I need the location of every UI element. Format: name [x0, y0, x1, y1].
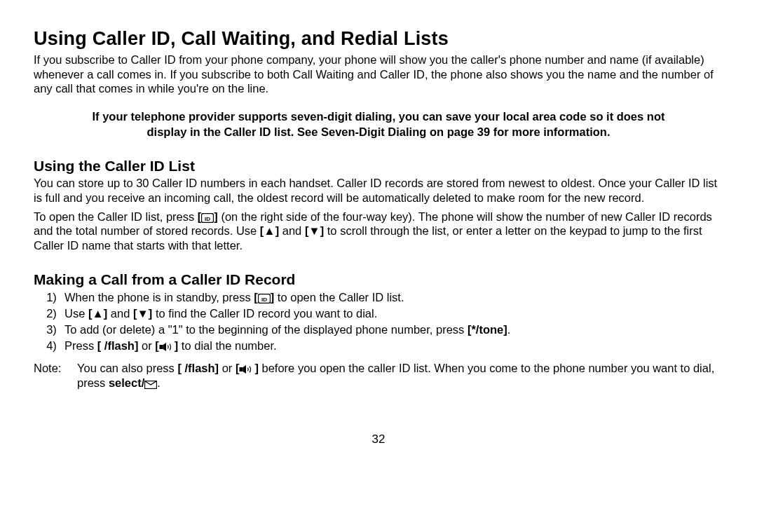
svg-rect-4: [159, 345, 163, 349]
steps-list: When the phone is in standby, press [ID]…: [34, 289, 723, 354]
text-fragment: or: [219, 362, 236, 374]
select-key: select/: [109, 376, 157, 389]
step-4: Press [ /flash] or [] to dial the number…: [63, 338, 723, 353]
svg-text:ID: ID: [261, 296, 267, 302]
id-key-icon: [ID]: [254, 291, 274, 303]
page-number: 32: [34, 432, 723, 446]
text-fragment: .: [157, 376, 161, 389]
section-using-caller-id: Using the Caller ID List: [34, 158, 723, 175]
tone-key: [*/tone]: [468, 323, 507, 336]
text-fragment: To open the Caller ID list, press: [34, 210, 198, 223]
flash-key: [ /flash]: [177, 362, 219, 374]
text-fragment: To add (or delete) a "1" to the beginnin…: [64, 323, 468, 336]
up-key-icon: [▲]: [260, 224, 279, 237]
caller-id-storage-paragraph: You can store up to 30 Caller ID numbers…: [34, 176, 723, 205]
step-3: To add (or delete) a "1" to the beginnin…: [63, 322, 723, 337]
text-fragment: You can also press: [77, 362, 177, 374]
text-fragment: to dial the number.: [178, 339, 276, 352]
text-fragment: to open the Caller ID list.: [274, 291, 404, 303]
svg-text:ID: ID: [205, 215, 210, 221]
flash-key: [ /flash]: [97, 339, 139, 352]
section-making-call: Making a Call from a Caller ID Record: [34, 271, 723, 288]
text-fragment: .: [507, 323, 511, 336]
down-key-icon: [▼]: [305, 224, 324, 237]
text-fragment: and: [279, 224, 305, 237]
callout-note: If your telephone provider supports seve…: [34, 109, 723, 140]
note: Note: You can also press [ /flash] or []…: [34, 361, 723, 391]
id-key-icon: [ID]: [198, 210, 218, 223]
svg-rect-5: [240, 367, 243, 371]
note-label: Note:: [34, 361, 77, 391]
text-fragment: Use: [64, 307, 88, 320]
step-1: When the phone is in standby, press [ID]…: [63, 289, 723, 305]
note-body: You can also press [ /flash] or [] befor…: [77, 361, 723, 391]
text-fragment: When the phone is in standby, press: [64, 291, 254, 303]
text-fragment: to find the Caller ID record you want to…: [152, 307, 377, 320]
intro-paragraph: If you subscribe to Caller ID from your …: [34, 53, 723, 96]
text-fragment: and: [107, 307, 133, 320]
up-key-icon: [▲]: [88, 307, 107, 320]
text-fragment: or: [138, 339, 155, 352]
step-2: Use [▲] and [▼] to find the Caller ID re…: [63, 306, 723, 321]
down-key-icon: [▼]: [133, 307, 152, 320]
text-fragment: Press: [64, 339, 97, 352]
page-title: Using Caller ID, Call Waiting, and Redia…: [34, 28, 723, 50]
caller-id-open-paragraph: To open the Caller ID list, press [ID] (…: [34, 210, 723, 253]
speaker-key-icon: []: [236, 362, 259, 374]
speaker-key-icon: []: [155, 339, 178, 352]
